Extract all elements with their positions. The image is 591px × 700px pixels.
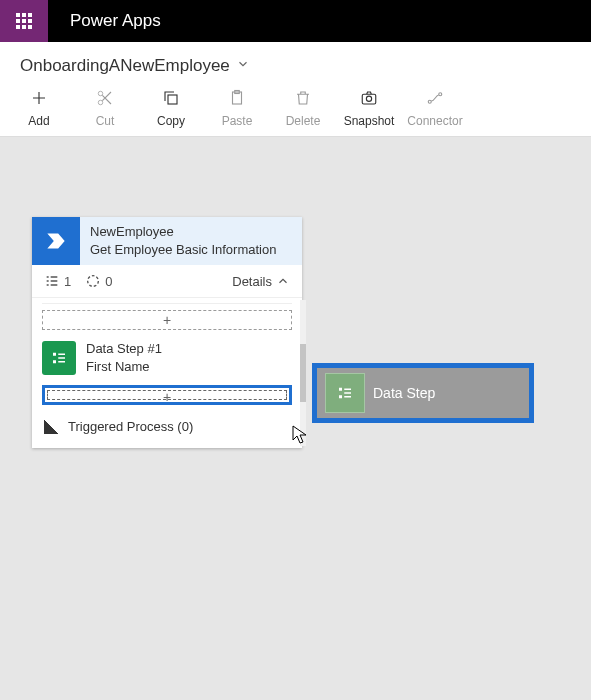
svg-point-1 bbox=[98, 91, 103, 96]
app-launcher-button[interactable] bbox=[0, 0, 48, 42]
tool-label: Delete bbox=[270, 114, 336, 128]
list-icon bbox=[44, 273, 60, 289]
drag-label: Data Step bbox=[373, 385, 435, 401]
copy-icon bbox=[138, 86, 204, 110]
titlebar: Power Apps bbox=[0, 0, 591, 42]
svg-point-8 bbox=[439, 93, 442, 96]
paste-button[interactable]: Paste bbox=[204, 86, 270, 128]
stage-body: + Data Step #1 First Name + Triggered Pr… bbox=[32, 298, 302, 448]
svg-rect-12 bbox=[339, 388, 342, 391]
tool-label: Snapshot bbox=[336, 114, 402, 128]
connector-button[interactable]: Connector bbox=[402, 86, 468, 128]
svg-point-7 bbox=[428, 100, 431, 103]
tool-label: Cut bbox=[72, 114, 138, 128]
clipboard-icon bbox=[204, 86, 270, 110]
scrollbar-thumb[interactable] bbox=[300, 344, 306, 402]
svg-rect-13 bbox=[339, 395, 342, 398]
stage-title: NewEmployee bbox=[90, 223, 276, 241]
copy-button[interactable]: Copy bbox=[138, 86, 204, 128]
tool-label: Paste bbox=[204, 114, 270, 128]
camera-icon bbox=[336, 86, 402, 110]
form-icon bbox=[325, 373, 365, 413]
subheader: OnboardingANewEmployee bbox=[0, 42, 591, 82]
form-icon bbox=[42, 341, 76, 375]
scissors-icon bbox=[72, 86, 138, 110]
flow-name: OnboardingANewEmployee bbox=[20, 56, 230, 76]
snapshot-button[interactable]: Snapshot bbox=[336, 86, 402, 128]
chevron-down-icon[interactable] bbox=[236, 57, 250, 75]
trash-icon bbox=[270, 86, 336, 110]
tool-label: Copy bbox=[138, 114, 204, 128]
steps-count: 1 bbox=[44, 273, 71, 289]
svg-rect-11 bbox=[53, 360, 56, 363]
add-button[interactable]: Add bbox=[6, 86, 72, 128]
step-sub: First Name bbox=[86, 358, 162, 376]
svg-point-0 bbox=[98, 100, 103, 105]
toolbar: Add Cut Copy Paste Delete Snapshot Con bbox=[0, 82, 591, 137]
step-title: Data Step #1 bbox=[86, 340, 162, 358]
tool-label: Connector bbox=[402, 114, 468, 128]
connector-icon bbox=[402, 86, 468, 110]
stage-chevron-icon bbox=[32, 217, 80, 265]
triggered-process-row[interactable]: Triggered Process (0) bbox=[36, 411, 298, 438]
stage-meta-row: 1 0 Details bbox=[32, 265, 302, 298]
spinner-icon bbox=[85, 273, 101, 289]
svg-point-9 bbox=[88, 276, 99, 287]
stage-card[interactable]: NewEmployee Get Employee Basic Informati… bbox=[32, 217, 302, 448]
drag-ghost-data-step[interactable]: Data Step bbox=[312, 363, 534, 423]
app-title: Power Apps bbox=[48, 11, 183, 31]
svg-point-6 bbox=[366, 96, 371, 101]
data-step-1[interactable]: Data Step #1 First Name bbox=[36, 336, 298, 379]
caret-icon bbox=[44, 420, 58, 434]
waffle-icon bbox=[16, 13, 32, 29]
svg-rect-2 bbox=[168, 95, 177, 104]
branches-count: 0 bbox=[85, 273, 112, 289]
svg-rect-10 bbox=[53, 352, 56, 355]
plus-icon bbox=[6, 86, 72, 110]
insert-slot-top[interactable]: + bbox=[42, 310, 292, 330]
designer-canvas[interactable]: NewEmployee Get Employee Basic Informati… bbox=[0, 137, 591, 697]
details-toggle[interactable]: Details bbox=[232, 274, 290, 289]
chevron-up-icon bbox=[276, 274, 290, 288]
tool-label: Add bbox=[6, 114, 72, 128]
delete-button[interactable]: Delete bbox=[270, 86, 336, 128]
triggered-label: Triggered Process (0) bbox=[68, 419, 193, 434]
stage-subtitle: Get Employee Basic Information bbox=[90, 241, 276, 259]
insert-slot-active[interactable]: + bbox=[42, 385, 292, 405]
scrollbar[interactable] bbox=[300, 300, 306, 446]
cut-button[interactable]: Cut bbox=[72, 86, 138, 128]
stage-header[interactable]: NewEmployee Get Employee Basic Informati… bbox=[32, 217, 302, 265]
